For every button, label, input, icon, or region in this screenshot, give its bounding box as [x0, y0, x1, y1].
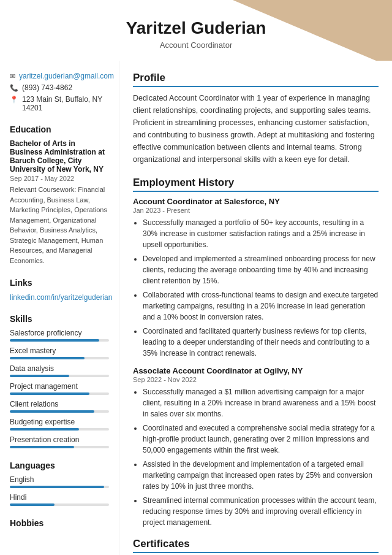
certificates-section-title: Certificates	[133, 538, 379, 553]
profile-section: Profile Dedicated Account Coordinator wi…	[133, 72, 379, 166]
job-bullet: Collaborated with cross-functional teams…	[143, 289, 379, 323]
job-date: Sep 2022 - Nov 2022	[133, 376, 379, 383]
certificates-section: Certificates Certified Professional in A…	[133, 538, 379, 555]
contact-email-item: ✉ yaritzel.guderian@gmail.com	[10, 72, 109, 80]
links-section: Links linkedin.com/in/yaritzelguderian	[10, 278, 109, 302]
linkedin-link[interactable]: linkedin.com/in/yaritzelguderian	[10, 293, 112, 302]
language-name: Hindi	[10, 493, 109, 502]
job-entry: Associate Account Coordinator at Ogilvy,…	[133, 366, 379, 528]
job-bullet: Streamlined internal communication proce…	[143, 495, 379, 528]
skill-item: Excel mastery	[10, 346, 109, 359]
skill-item: Client relations	[10, 400, 109, 413]
job-entry: Account Coordinator at Salesforce, NY Ja…	[133, 197, 379, 359]
skills-list: Salesforce proficiency Excel mastery Dat…	[10, 329, 109, 448]
linkedin-link-item: linkedin.com/in/yaritzelguderian	[10, 293, 109, 302]
contact-address-item: 📍 123 Main St, Buffalo, NY 14201	[10, 95, 109, 112]
education-courses: Relevant Coursework: Financial Accountin…	[10, 185, 109, 266]
candidate-title: Account Coordinator	[12, 40, 380, 50]
jobs-list: Account Coordinator at Salesforce, NY Ja…	[133, 197, 379, 528]
language-bar-bg	[10, 486, 109, 488]
job-bullet: Successfully managed a $1 million advert…	[143, 386, 379, 419]
skills-section: Skills Salesforce proficiency Excel mast…	[10, 314, 109, 448]
main-content: Profile Dedicated Account Coordinator wi…	[119, 61, 392, 555]
skill-bar-fill	[10, 446, 74, 448]
sidebar: ✉ yaritzel.guderian@gmail.com 📞 (893) 74…	[0, 61, 119, 555]
skill-bar-fill	[10, 357, 85, 359]
skill-bar-bg	[10, 428, 109, 431]
resume-body: ✉ yaritzel.guderian@gmail.com 📞 (893) 74…	[0, 61, 392, 555]
resume-header: Yaritzel Guderian Account Coordinator	[0, 0, 392, 61]
skill-name: Budgeting expertise	[10, 418, 109, 426]
languages-section: Languages English Hindi	[10, 461, 109, 506]
courses-text: Financial Accounting, Business Law, Mark…	[10, 186, 107, 264]
profile-section-title: Profile	[133, 72, 379, 87]
skill-item: Salesforce proficiency	[10, 329, 109, 342]
language-name: English	[10, 475, 109, 484]
employment-section: Employment History Account Coordinator a…	[133, 177, 379, 528]
skill-bar-fill	[10, 410, 94, 413]
skill-bar-fill	[10, 392, 89, 395]
education-section: Education Bachelor of Arts in Business A…	[10, 124, 109, 266]
job-bullet: Coordinated and facilitated quarterly bu…	[143, 326, 379, 359]
skill-item: Presentation creation	[10, 435, 109, 448]
job-title: Account Coordinator at Salesforce, NY	[133, 197, 379, 206]
job-bullet: Developed and implemented a streamlined …	[143, 253, 379, 286]
language-bar-fill	[10, 503, 55, 506]
links-section-title: Links	[10, 278, 109, 288]
location-icon: 📍	[10, 96, 18, 104]
employment-section-title: Employment History	[133, 177, 379, 192]
job-bullets: Successfully managed a portfolio of 50+ …	[133, 217, 379, 359]
skill-bar-fill	[10, 339, 99, 342]
skill-name: Data analysis	[10, 364, 109, 373]
skill-item: Budgeting expertise	[10, 418, 109, 431]
profile-text: Dedicated Account Coordinator with 1 yea…	[133, 92, 379, 166]
education-degree: Bachelor of Arts in Business Administrat…	[10, 139, 109, 174]
skill-bar-bg	[10, 392, 109, 395]
hobbies-section-title: Hobbies	[10, 518, 109, 528]
candidate-name: Yaritzel Guderian	[12, 18, 380, 38]
address-value: 123 Main St, Buffalo, NY 14201	[22, 95, 109, 112]
skill-item: Data analysis	[10, 364, 109, 377]
language-item: Hindi	[10, 493, 109, 506]
languages-list: English Hindi	[10, 475, 109, 506]
contact-phone-item: 📞 (893) 743-4862	[10, 83, 109, 92]
phone-icon: 📞	[10, 84, 18, 92]
languages-section-title: Languages	[10, 461, 109, 470]
skill-bar-bg	[10, 446, 109, 448]
skill-bar-fill	[10, 375, 69, 377]
skill-bar-bg	[10, 357, 109, 359]
job-bullet: Coordinated and executed a comprehensive…	[143, 423, 379, 456]
language-bar-bg	[10, 503, 109, 506]
skill-bar-bg	[10, 339, 109, 342]
skill-bar-bg	[10, 375, 109, 377]
hobbies-section: Hobbies	[10, 518, 109, 528]
email-link[interactable]: yaritzel.guderian@gmail.com	[19, 72, 114, 80]
phone-value: (893) 743-4862	[22, 83, 72, 92]
skill-name: Excel mastery	[10, 346, 109, 355]
skill-name: Salesforce proficiency	[10, 329, 109, 337]
skill-item: Project management	[10, 382, 109, 395]
education-dates: Sep 2017 - May 2022	[10, 175, 109, 182]
skill-bar-fill	[10, 428, 79, 431]
job-bullets: Successfully managed a $1 million advert…	[133, 386, 379, 528]
courses-label: Relevant Coursework:	[10, 186, 76, 193]
job-bullet: Successfully managed a portfolio of 50+ …	[143, 217, 379, 250]
skill-bar-bg	[10, 410, 109, 413]
skills-section-title: Skills	[10, 314, 109, 324]
job-date: Jan 2023 - Present	[133, 207, 379, 214]
skill-name: Project management	[10, 382, 109, 391]
job-bullet: Assisted in the development and implemen…	[143, 459, 379, 492]
email-icon: ✉	[10, 72, 15, 80]
education-section-title: Education	[10, 124, 109, 134]
language-bar-fill	[10, 486, 104, 488]
skill-name: Client relations	[10, 400, 109, 408]
language-item: English	[10, 475, 109, 488]
skill-name: Presentation creation	[10, 435, 109, 444]
contact-section: ✉ yaritzel.guderian@gmail.com 📞 (893) 74…	[10, 72, 109, 112]
job-title: Associate Account Coordinator at Ogilvy,…	[133, 366, 379, 375]
